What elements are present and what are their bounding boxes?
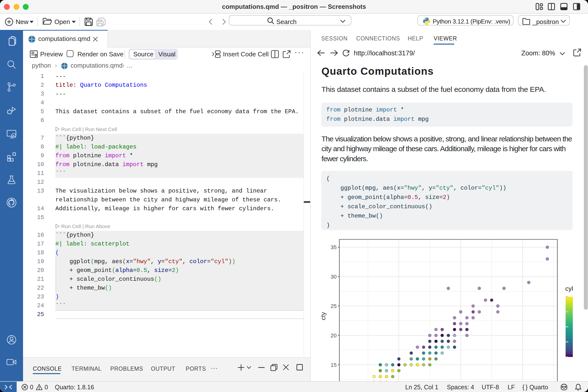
svg-text:25: 25 (331, 303, 337, 309)
svg-text:cyl: cyl (565, 285, 573, 292)
svg-text:35: 35 (331, 244, 337, 250)
svg-text:15: 15 (331, 362, 337, 368)
svg-text:20: 20 (331, 332, 337, 338)
svg-text:cty: cty (320, 312, 327, 320)
svg-text:30: 30 (331, 274, 337, 280)
